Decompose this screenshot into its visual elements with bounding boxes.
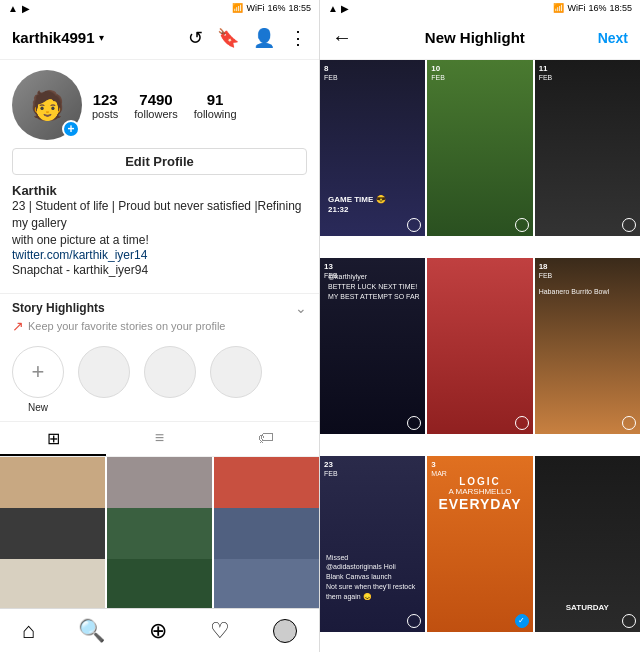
tag-icon: 🏷 [258, 429, 274, 447]
right-signal-icon: 📶 [553, 3, 564, 13]
story-circle-3[interactable] [210, 346, 262, 398]
right-status-bar: ▲ ▶ 📶 WiFi 16% 18:55 [320, 0, 640, 16]
story-select-8[interactable]: ✓ [515, 614, 529, 628]
story-date-7: 23Feb [324, 460, 338, 478]
heart-nav-icon[interactable]: ♡ [210, 618, 230, 644]
right-status-right: 📶 WiFi 16% 18:55 [553, 3, 632, 13]
story-item-1[interactable] [78, 346, 130, 402]
wifi-icon: WiFi [246, 3, 264, 13]
profile-nav-avatar[interactable] [273, 619, 297, 643]
story-caption-7: Missed@adidastoriginals HoliBlank Canvas… [326, 553, 421, 602]
tab-grid[interactable]: ⊞ [0, 422, 106, 456]
following-stat[interactable]: 91 following [194, 91, 237, 120]
grid-icon: ⊞ [47, 429, 60, 448]
history-icon[interactable]: ↺ [188, 27, 203, 49]
status-left: ▲ ▶ [8, 3, 30, 14]
posts-count: 123 [93, 91, 118, 108]
profile-stats: 123 posts 7490 followers 91 following [92, 91, 307, 120]
story-date-2: 10Feb [431, 64, 445, 82]
story-circle-2[interactable] [144, 346, 196, 398]
story-thumb-4[interactable]: 13Feb @karthiylyerBETTER LUCK NEXT TIME!… [320, 258, 425, 434]
edit-profile-button[interactable]: Edit Profile [12, 148, 307, 175]
highlights-title: Story Highlights [12, 301, 105, 315]
status-right: 📶 WiFi 16% 18:55 [232, 3, 311, 13]
add-nav-icon[interactable]: ⊕ [149, 618, 167, 644]
bio-section: Karthik 23 | Student of life | Proud but… [12, 183, 307, 279]
highlights-subtitle: ↗ Keep your favorite stories on your pro… [0, 318, 319, 340]
more-options-icon[interactable]: ⋮ [289, 27, 307, 49]
screen-icon: ▶ [22, 3, 30, 14]
story-select-9[interactable] [622, 614, 636, 628]
tab-list[interactable]: ≡ [106, 422, 212, 456]
story-caption-8: LOGIC A MARSHMELLO EVERYDAY [427, 476, 532, 512]
story-item-3[interactable] [210, 346, 262, 402]
home-nav-icon[interactable]: ⌂ [22, 618, 35, 644]
right-panel-title: New Highlight [425, 29, 525, 46]
story-item-2[interactable] [144, 346, 196, 402]
story-thumb-6[interactable]: 18Feb Habanero Burrito Bowl [535, 258, 640, 434]
bio-snapchat: Snapchat - karthik_iyer94 [12, 262, 307, 279]
top-bar-icons: ↺ 🔖 👤 ⋮ [188, 27, 307, 49]
grid-item-9[interactable] [214, 559, 319, 608]
profile-header: 🧑 + 123 posts 7490 followers 91 followin… [12, 70, 307, 140]
bio-link[interactable]: twitter.com/karthik_iyer14 [12, 248, 307, 262]
story-select-7[interactable] [407, 614, 421, 628]
story-select-4[interactable] [407, 416, 421, 430]
left-top-bar: karthik4991 ▾ ↺ 🔖 👤 ⋮ [0, 16, 319, 60]
followers-count: 7490 [139, 91, 172, 108]
following-count: 91 [207, 91, 224, 108]
story-circles-row: + New [0, 340, 319, 421]
profile-tabs: ⊞ ≡ 🏷 [0, 421, 319, 457]
story-grid: 8Feb GAME TIME 😎21:32 10Feb 11Feb 13Feb … [320, 60, 640, 652]
right-status-left: ▲ ▶ [328, 3, 349, 14]
new-story-label: New [28, 402, 48, 413]
photo-grid [0, 457, 319, 608]
notification-icon: ▲ [8, 3, 18, 14]
story-select-2[interactable] [515, 218, 529, 232]
person-add-icon[interactable]: 👤 [253, 27, 275, 49]
chevron-down-icon: ▾ [99, 32, 104, 43]
followers-label: followers [134, 108, 177, 120]
story-date-1: 8Feb [324, 64, 338, 82]
story-thumb-8[interactable]: 3Mar LOGIC A MARSHMELLO EVERYDAY ✓ [427, 456, 532, 632]
search-nav-icon[interactable]: 🔍 [78, 618, 105, 644]
avatar-container: 🧑 + [12, 70, 82, 140]
story-thumb-7[interactable]: 23Feb Missed@adidastoriginals HoliBlank … [320, 456, 425, 632]
profile-section: 🧑 + 123 posts 7490 followers 91 followin… [0, 60, 319, 293]
story-select-5[interactable] [515, 416, 529, 430]
bookmark-icon[interactable]: 🔖 [217, 27, 239, 49]
story-caption-9: SATURDAY [539, 603, 636, 612]
username-label: karthik4991 [12, 29, 95, 46]
username-area[interactable]: karthik4991 ▾ [12, 29, 104, 46]
red-arrow-icon: ↗ [12, 318, 24, 334]
new-story-circle[interactable]: + [12, 346, 64, 398]
story-select-3[interactable] [622, 218, 636, 232]
back-button[interactable]: ← [332, 26, 352, 49]
add-story-button[interactable]: + [62, 120, 80, 138]
new-story-item[interactable]: + New [12, 346, 64, 413]
story-circle-1[interactable] [78, 346, 130, 398]
followers-stat[interactable]: 7490 followers [134, 91, 177, 120]
right-battery: 16% [588, 3, 606, 13]
right-wifi-icon: WiFi [567, 3, 585, 13]
highlights-chevron-icon[interactable]: ⌄ [295, 300, 307, 316]
story-select-6[interactable] [622, 416, 636, 430]
story-select-1[interactable] [407, 218, 421, 232]
story-date-6: 18Feb [539, 262, 553, 280]
story-thumb-5[interactable] [427, 258, 532, 434]
tab-tagged[interactable]: 🏷 [213, 422, 319, 456]
highlights-subtitle-text: Keep your favorite stories on your profi… [28, 320, 226, 332]
grid-item-8[interactable] [107, 559, 212, 608]
story-thumb-2[interactable]: 10Feb [427, 60, 532, 236]
next-button[interactable]: Next [598, 30, 628, 46]
grid-item-7[interactable] [0, 559, 105, 608]
story-thumb-1[interactable]: 8Feb GAME TIME 😎21:32 [320, 60, 425, 236]
left-panel: ▲ ▶ 📶 WiFi 16% 18:55 karthik4991 ▾ ↺ 🔖 👤… [0, 0, 320, 652]
story-caption-1: GAME TIME 😎21:32 [328, 195, 386, 216]
story-thumb-3[interactable]: 11Feb [535, 60, 640, 236]
profile-name: Karthik [12, 183, 307, 198]
left-status-bar: ▲ ▶ 📶 WiFi 16% 18:55 [0, 0, 319, 16]
story-thumb-9[interactable]: SATURDAY [535, 456, 640, 632]
posts-label: posts [92, 108, 118, 120]
story-caption-6: Habanero Burrito Bowl [539, 288, 636, 295]
